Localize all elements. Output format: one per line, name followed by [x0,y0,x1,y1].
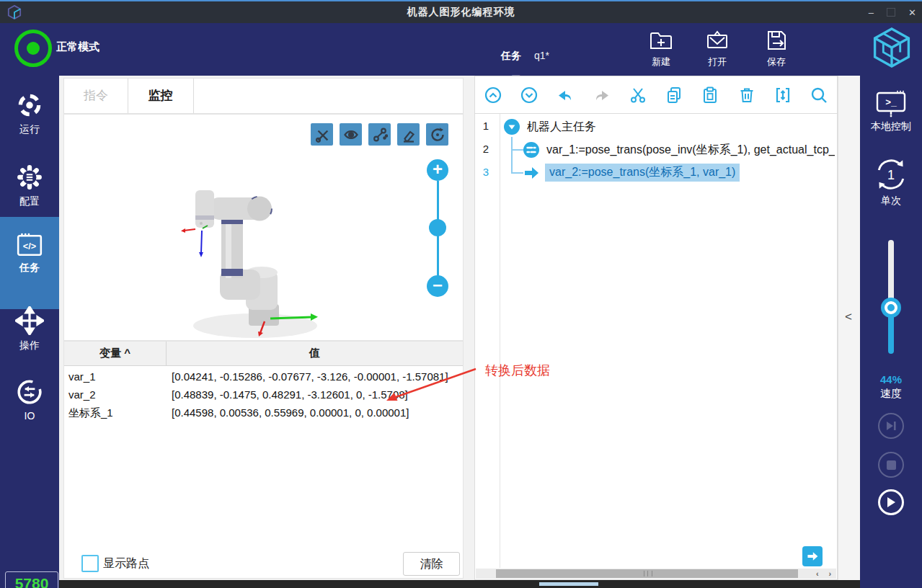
variable-value: [0.44598, 0.00536, 0.55969, 0.00001, 0, … [172,406,409,419]
cut-icon[interactable] [629,86,647,104]
expand-all-icon[interactable] [520,86,538,104]
program-toolbar [475,76,837,114]
play-icon [886,496,896,508]
sidebar-item-label: 操作 [0,339,59,352]
speed-label: 速度 [860,387,922,401]
window-title: 机器人图形化编程环境 [0,6,922,19]
variable-name: 坐标系_1 [68,406,113,420]
copy-icon[interactable] [665,86,683,104]
sidebar-item-run[interactable]: 运行 [0,84,59,152]
line-number: 2 [478,143,494,155]
paste-icon[interactable] [701,86,719,104]
new-file-icon [648,27,674,53]
zoom-slider-knob[interactable] [429,219,446,236]
trajectory-button[interactable] [368,123,391,146]
task-value: q1* [534,50,549,61]
stop-button[interactable] [878,452,904,478]
program-line-2[interactable]: 2 var_1:=pose_trans(pose_inv(坐标系_1), get… [475,141,837,159]
sidebar-item-label: 配置 [0,195,59,208]
program-line-text: var_2:=pose_trans(坐标系_1, var_1) [545,164,740,182]
open-button[interactable]: 打开 [694,27,740,68]
app-window: 机器人图形化编程环境 – ✕ 正常模式 任务 q1* 配置 default 新建 [0,0,922,588]
task-field: 任务 q1* [501,50,549,63]
sidebar-item-task[interactable]: </> 任务 [0,217,59,309]
new-button[interactable]: 新建 [638,27,684,68]
panel-splitter: < [838,76,860,580]
bottom-bar [59,580,860,588]
eye-icon [343,127,359,143]
header: 正常模式 任务 q1* 配置 default 新建 打开 [0,23,922,76]
table-header: 变量 ^ 值 [64,342,463,366]
minimize-button[interactable]: – [869,7,874,18]
column-header-value[interactable]: 值 [167,342,463,365]
undo-icon[interactable] [556,86,575,104]
close-button[interactable]: ✕ [908,7,916,18]
line-number: 1 [478,120,494,132]
erase-button[interactable] [397,123,420,146]
program-line-1[interactable]: 1 机器人主任务 [475,117,837,136]
variable-name: var_1 [68,370,96,383]
svg-text:</>: </> [23,241,36,251]
brand-logo-icon [873,27,910,68]
single-run-label: 单次 [860,195,922,208]
status-indicator [14,30,52,67]
collapse-panel-handle[interactable]: < [845,310,852,324]
single-run-button[interactable]: 1 单次 [860,157,922,208]
step-arrow-icon [523,165,539,181]
sidebar-item-label: 运行 [0,123,59,136]
visibility-button[interactable] [340,123,362,146]
assign-icon [523,142,539,158]
bottom-scroll-indicator[interactable] [539,582,598,586]
search-icon[interactable] [810,86,828,104]
left-sidebar: 运行 配置 </> 任务 [0,76,59,588]
redo-icon[interactable] [593,86,611,104]
save-button-label: 保存 [753,55,799,68]
save-icon [763,27,789,53]
open-button-label: 打开 [694,55,740,68]
robot-3d-viewport[interactable]: + − [63,114,464,341]
sidebar-item-label: IO [0,410,59,422]
sidebar-item-io[interactable]: IO [0,371,59,439]
insert-icon[interactable] [773,86,792,104]
speed-slider-knob[interactable] [881,298,901,318]
variable-value: [0.04241, -0.15286, -0.07677, -3.126, -0… [172,370,448,383]
clear-button[interactable]: 清除 [403,552,460,576]
save-button[interactable]: 保存 [753,27,799,68]
reset-view-button[interactable] [426,123,448,146]
arrow-right-icon [806,550,819,563]
tools-button[interactable] [311,123,333,146]
tab-monitor[interactable]: 监控 [128,79,194,113]
tab-instruction[interactable]: 指令 [64,79,128,113]
scrollbar-thumb[interactable] [496,569,798,578]
table-row[interactable]: 坐标系_1 [0.44598, 0.00536, 0.55969, 0.0000… [64,404,463,422]
show-waypoints-label: 显示路点 [103,556,149,571]
zoom-out-button[interactable]: − [427,275,448,297]
horizontal-scrollbar[interactable] [476,569,811,579]
stop-icon [887,460,896,470]
play-button[interactable] [878,489,904,515]
program-line-text: var_1:=pose_trans(pose_inv(坐标系_1), get_a… [546,143,835,158]
scroll-left-button[interactable]: ‹ [816,569,819,578]
show-waypoints-checkbox[interactable] [81,555,99,572]
local-control-button[interactable]: >_ 本地控制 [860,90,922,133]
collapse-all-icon[interactable] [484,86,502,104]
tree-collapse-icon[interactable] [504,119,520,135]
table-row[interactable]: var_1 [0.04241, -0.15286, -0.07677, -3.1… [64,368,463,386]
io-icon [16,378,43,406]
sidebar-item-operate[interactable]: 操作 [0,300,59,367]
maximize-button[interactable] [887,8,895,17]
column-header-variable[interactable]: 变量 ^ [64,342,167,365]
settings-icon [16,164,43,191]
run-step-button[interactable] [802,546,823,566]
move-icon [15,306,44,335]
table-row[interactable]: var_2 [0.48839, -0.1475, 0.48291, -3.126… [64,386,463,404]
zoom-in-button[interactable]: + [427,159,448,181]
open-file-icon [704,27,730,53]
program-line-text: 机器人主任务 [527,120,596,135]
delete-icon[interactable] [737,86,756,104]
step-over-button[interactable] [878,413,904,439]
program-line-3-selected[interactable]: 3 var_2:=pose_trans(坐标系_1, var_1) [475,164,837,182]
sidebar-item-config[interactable]: 配置 [0,156,59,224]
scroll-right-button[interactable]: › [828,569,831,578]
svg-text:1: 1 [887,168,895,182]
